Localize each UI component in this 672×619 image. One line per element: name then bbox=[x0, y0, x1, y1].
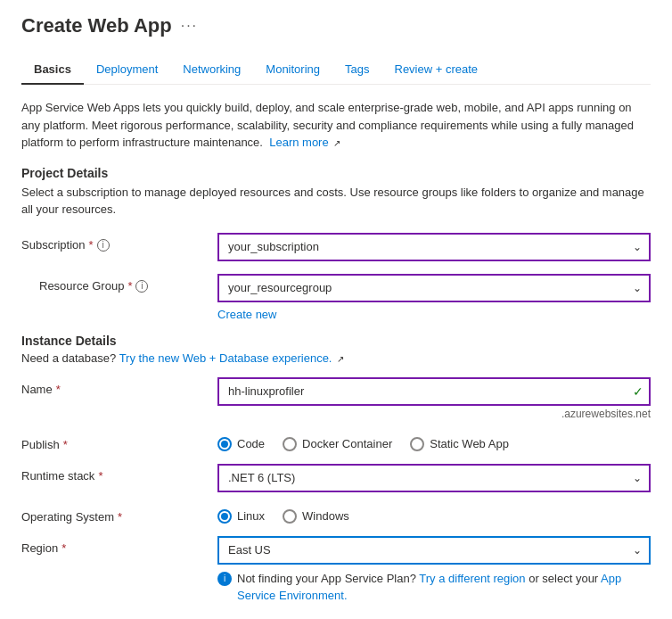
publish-docker-label: Docker Container bbox=[302, 437, 392, 450]
region-dropdown[interactable]: East US bbox=[217, 536, 651, 565]
project-details-desc: Select a subscription to manage deployed… bbox=[21, 184, 651, 219]
runtime-stack-control: .NET 6 (LTS) ⌄ bbox=[217, 464, 651, 492]
name-required: * bbox=[56, 383, 61, 396]
region-label: Region bbox=[21, 541, 58, 555]
region-label-col: Region * bbox=[21, 536, 217, 555]
tab-basics[interactable]: Basics bbox=[21, 55, 84, 85]
name-label: Name bbox=[21, 383, 53, 396]
resource-group-row: Resource Group * i your_resourcegroup ⌄ … bbox=[21, 274, 651, 321]
runtime-stack-label-col: Runtime stack * bbox=[21, 464, 217, 483]
name-valid-icon: ✓ bbox=[633, 384, 643, 399]
publish-static-radio[interactable] bbox=[410, 437, 424, 451]
resource-group-control: your_resourcegroup ⌄ Create new bbox=[217, 274, 651, 321]
subscription-required: * bbox=[89, 238, 94, 252]
publish-code-radio[interactable] bbox=[217, 437, 232, 451]
region-control: East US ⌄ i Not finding your App Service… bbox=[217, 536, 651, 605]
tabs-bar: Basics Deployment Networking Monitoring … bbox=[21, 55, 651, 85]
name-label-col: Name * bbox=[21, 377, 217, 396]
subscription-label-col: Subscription * i bbox=[21, 233, 217, 252]
subscription-info-icon[interactable]: i bbox=[97, 239, 110, 252]
publish-code-option[interactable]: Code bbox=[217, 437, 265, 451]
subscription-control: your_subscription ⌄ bbox=[217, 233, 651, 261]
tab-deployment[interactable]: Deployment bbox=[84, 55, 170, 85]
publish-label-col: Publish * bbox=[21, 433, 217, 451]
instance-details-heading: Instance Details bbox=[21, 334, 651, 348]
create-new-resource-group-link[interactable]: Create new bbox=[217, 308, 276, 321]
region-info-circle-icon: i bbox=[217, 572, 232, 586]
os-radio-group: Linux Windows bbox=[217, 505, 651, 524]
resource-group-dropdown[interactable]: your_resourcegroup bbox=[217, 274, 651, 302]
publish-row: Publish * Code Docker Container Static bbox=[21, 433, 651, 451]
tab-networking[interactable]: Networking bbox=[170, 55, 253, 85]
os-linux-option[interactable]: Linux bbox=[217, 509, 265, 524]
runtime-stack-label: Runtime stack bbox=[21, 469, 94, 483]
os-windows-radio[interactable] bbox=[283, 509, 297, 524]
learn-more-link[interactable]: Learn more bbox=[269, 136, 328, 149]
runtime-stack-dropdown[interactable]: .NET 6 (LTS) bbox=[217, 464, 651, 492]
project-details-heading: Project Details bbox=[21, 166, 651, 180]
page-container: Create Web App ··· Basics Deployment Net… bbox=[0, 0, 672, 619]
runtime-stack-dropdown-wrapper: .NET 6 (LTS) ⌄ bbox=[217, 464, 651, 492]
need-db-text: Need a database? Try the new Web + Datab… bbox=[21, 351, 651, 365]
subscription-row: Subscription * i your_subscription ⌄ bbox=[21, 233, 651, 261]
publish-label: Publish bbox=[21, 438, 60, 451]
external-link-icon: ↗ bbox=[333, 138, 340, 148]
domain-suffix: .azurewebsites.net bbox=[217, 408, 651, 420]
resource-group-required: * bbox=[127, 279, 132, 293]
subscription-dropdown[interactable]: your_subscription bbox=[217, 233, 651, 261]
instance-details-section: Instance Details Need a database? Try th… bbox=[21, 334, 651, 605]
region-row: Region * East US ⌄ i Not finding your Ap… bbox=[21, 536, 651, 605]
name-input[interactable] bbox=[217, 377, 651, 406]
os-linux-radio[interactable] bbox=[217, 509, 232, 524]
subscription-dropdown-wrapper: your_subscription ⌄ bbox=[217, 233, 651, 261]
publish-radio-group: Code Docker Container Static Web App bbox=[217, 433, 651, 451]
publish-static-option[interactable]: Static Web App bbox=[410, 437, 509, 451]
subscription-label: Subscription bbox=[21, 238, 86, 252]
os-required: * bbox=[118, 510, 122, 524]
runtime-stack-row: Runtime stack * .NET 6 (LTS) ⌄ bbox=[21, 464, 651, 492]
name-control: ✓ .azurewebsites.net bbox=[217, 377, 651, 420]
runtime-stack-required: * bbox=[98, 469, 102, 483]
os-windows-option[interactable]: Windows bbox=[283, 509, 349, 524]
name-input-wrapper: ✓ bbox=[217, 377, 651, 406]
description-text: App Service Web Apps lets you quickly bu… bbox=[21, 99, 651, 152]
region-info-mid: or select your bbox=[529, 572, 601, 585]
resource-group-label-col: Resource Group * i bbox=[21, 274, 217, 293]
region-required: * bbox=[61, 541, 66, 555]
web-database-link[interactable]: Try the new Web + Database experience. bbox=[119, 351, 332, 365]
tab-tags[interactable]: Tags bbox=[332, 55, 381, 85]
tab-monitoring[interactable]: Monitoring bbox=[253, 55, 332, 85]
os-label-col: Operating System * bbox=[21, 505, 217, 524]
resource-group-info-icon[interactable]: i bbox=[135, 280, 148, 293]
os-linux-label: Linux bbox=[237, 509, 265, 523]
os-row: Operating System * Linux Windows bbox=[21, 505, 651, 524]
os-windows-label: Windows bbox=[302, 509, 349, 523]
os-control: Linux Windows bbox=[217, 505, 651, 524]
resource-group-dropdown-wrapper: your_resourcegroup ⌄ bbox=[217, 274, 651, 302]
publish-required: * bbox=[63, 438, 68, 451]
external-link-icon-2: ↗ bbox=[337, 354, 344, 364]
page-header: Create Web App ··· bbox=[21, 14, 651, 37]
publish-docker-option[interactable]: Docker Container bbox=[283, 437, 392, 451]
resource-group-label: Resource Group bbox=[39, 279, 124, 293]
publish-docker-radio[interactable] bbox=[283, 437, 297, 451]
region-different-link[interactable]: Try a different region bbox=[419, 572, 525, 585]
os-label: Operating System bbox=[21, 510, 114, 524]
publish-code-label: Code bbox=[237, 437, 265, 450]
name-row: Name * ✓ .azurewebsites.net bbox=[21, 377, 651, 420]
tab-review-create[interactable]: Review + create bbox=[382, 55, 491, 85]
more-options-icon[interactable]: ··· bbox=[181, 18, 198, 34]
publish-control: Code Docker Container Static Web App bbox=[217, 433, 651, 451]
publish-static-label: Static Web App bbox=[430, 437, 509, 450]
region-dropdown-wrapper: East US ⌄ bbox=[217, 536, 651, 565]
region-info-text: Not finding your App Service Plan? bbox=[237, 572, 416, 585]
region-info-banner: i Not finding your App Service Plan? Try… bbox=[217, 570, 651, 605]
page-title: Create Web App bbox=[21, 14, 172, 37]
